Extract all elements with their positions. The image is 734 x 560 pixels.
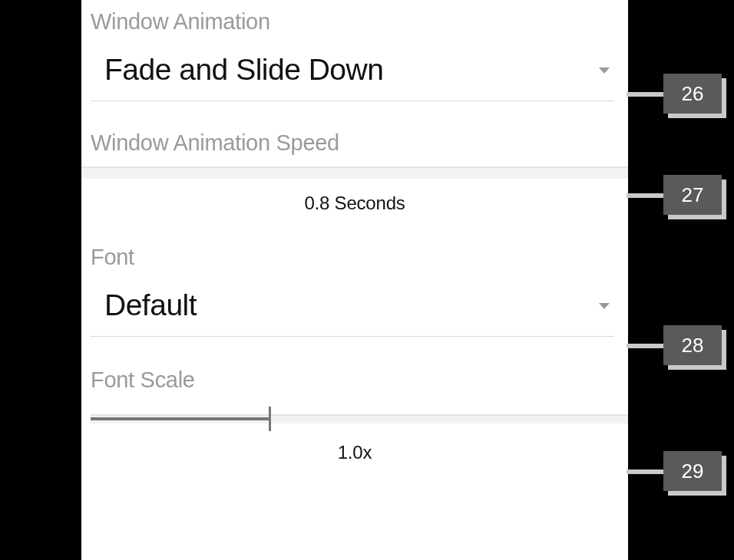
window-animation-speed-value: 0.8 Seconds (81, 193, 628, 214)
marker-connector (627, 469, 663, 474)
font-scale-field: Font Scale 1.0x (81, 367, 628, 463)
marker-badge: 29 (663, 451, 722, 491)
font-dropdown[interactable]: Default (91, 288, 614, 337)
font-value: Default (104, 288, 197, 322)
window-animation-label: Window Animation (81, 9, 628, 35)
chevron-down-icon (599, 63, 610, 77)
window-animation-field: Window Animation Fade and Slide Down (81, 9, 628, 101)
settings-panel: Window Animation Fade and Slide Down Win… (81, 0, 628, 560)
window-animation-speed-label: Window Animation Speed (81, 130, 628, 156)
callout-marker-26: 26 (663, 74, 734, 118)
slider-fill (91, 417, 269, 420)
marker-connector (627, 92, 663, 97)
font-scale-slider[interactable] (81, 407, 628, 431)
callout-marker-29: 29 (663, 451, 734, 496)
marker-connector (627, 344, 663, 348)
marker-connector (627, 193, 663, 198)
slider-thumb[interactable] (269, 407, 271, 431)
window-animation-speed-field: Window Animation Speed 0.8 Seconds (81, 130, 628, 214)
chevron-down-icon (599, 298, 610, 312)
callout-marker-28: 28 (663, 325, 734, 370)
window-animation-dropdown[interactable]: Fade and Slide Down (91, 53, 614, 101)
font-scale-label: Font Scale (81, 367, 628, 393)
font-field: Font Default (81, 245, 628, 337)
font-label: Font (81, 245, 628, 270)
window-animation-value: Fade and Slide Down (104, 53, 383, 87)
font-scale-value: 1.0x (81, 442, 628, 463)
marker-badge: 28 (663, 325, 722, 365)
callout-marker-27: 27 (663, 175, 734, 219)
marker-badge: 27 (663, 175, 722, 215)
marker-badge: 26 (663, 74, 722, 114)
window-animation-speed-slider[interactable] (81, 166, 628, 179)
